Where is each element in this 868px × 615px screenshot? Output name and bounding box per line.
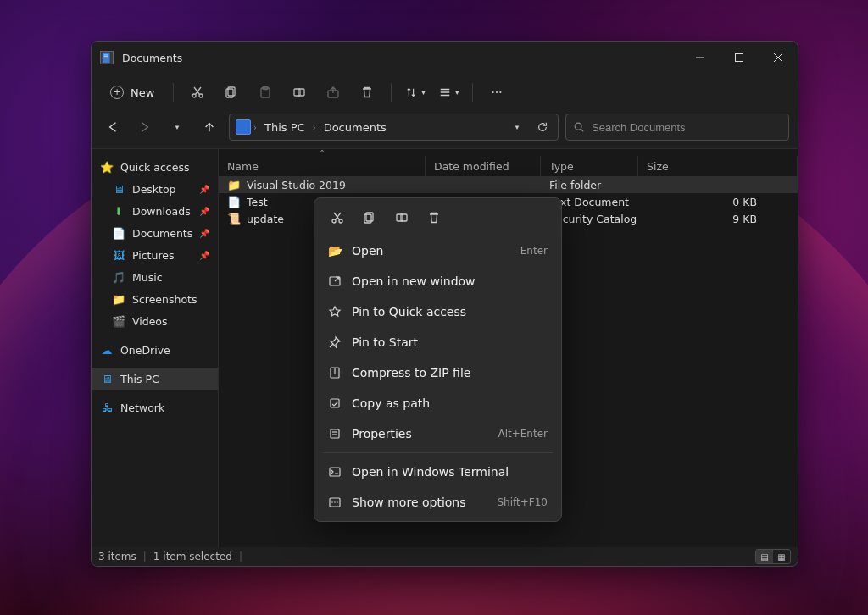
- column-header-size[interactable]: Size: [638, 156, 798, 176]
- breadcrumb-segment[interactable]: This PC: [259, 118, 310, 137]
- svg-point-22: [492, 91, 494, 93]
- context-menu-item-properties[interactable]: PropertiesAlt+Enter: [318, 418, 558, 449]
- sidebar-item-this-pc[interactable]: 🖥 This PC: [92, 368, 218, 390]
- view-mode-switch: ▤ ▦: [755, 549, 791, 564]
- pin-icon: 📌: [199, 229, 209, 238]
- context-menu-item-pin-to-quick-access[interactable]: Pin to Quick access: [318, 296, 558, 327]
- sidebar-item-pictures[interactable]: 🖼Pictures📌: [92, 244, 218, 266]
- ctx-copy-button[interactable]: [355, 205, 384, 230]
- pin-icon: [328, 335, 342, 349]
- up-button[interactable]: [197, 114, 222, 140]
- context-menu-item-label: Copy as path: [352, 396, 430, 410]
- svg-point-24: [500, 91, 502, 93]
- svg-rect-16: [294, 89, 300, 96]
- column-header-type[interactable]: Type: [541, 156, 638, 176]
- folder-icon: 📁: [227, 178, 241, 191]
- svg-rect-33: [397, 214, 403, 221]
- file-name: Test: [247, 196, 268, 208]
- sidebar-item-documents[interactable]: 📄Documents📌: [92, 222, 218, 244]
- copypath-icon: [328, 396, 342, 410]
- sidebar-item-onedrive[interactable]: ☁ OneDrive: [92, 339, 218, 361]
- file-row[interactable]: 📁Visual Studio 2019File folder: [219, 176, 798, 193]
- sidebar-item-music[interactable]: 🎵Music: [92, 266, 218, 288]
- svg-point-8: [192, 94, 196, 97]
- network-icon: 🖧: [100, 401, 114, 414]
- address-bar[interactable]: › This PC › Documents ▾: [229, 114, 559, 141]
- chevron-down-icon: ▾: [421, 88, 426, 97]
- file-size: 9 KB: [638, 210, 798, 227]
- back-button[interactable]: [100, 114, 125, 140]
- search-input[interactable]: [592, 121, 782, 134]
- terminal-icon: [328, 465, 342, 479]
- pin-icon: 📌: [199, 185, 209, 194]
- file-size: 0 KB: [638, 193, 798, 210]
- context-menu-item-open-in-new-window[interactable]: Open in new window: [318, 266, 558, 296]
- catalog-icon: 📜: [227, 212, 241, 225]
- new-window-icon: [328, 274, 342, 288]
- svg-point-45: [334, 501, 336, 503]
- titlebar[interactable]: Documents: [92, 42, 798, 74]
- status-selection: 1 item selected: [153, 551, 232, 562]
- close-button[interactable]: [759, 42, 798, 74]
- sidebar-item-label: Videos: [132, 315, 168, 328]
- context-menu-item-pin-to-start[interactable]: Pin to Start: [318, 327, 558, 357]
- recent-locations-button[interactable]: ▾: [164, 114, 190, 140]
- ctx-delete-button[interactable]: [420, 205, 448, 230]
- search-box[interactable]: [565, 114, 789, 141]
- details-view-button[interactable]: ▤: [756, 550, 773, 563]
- cut-button[interactable]: [182, 78, 213, 107]
- ctx-rename-button[interactable]: [387, 205, 416, 230]
- textdoc-icon: 📄: [227, 195, 241, 208]
- refresh-button[interactable]: [531, 115, 554, 139]
- context-menu-item-label: Pin to Start: [352, 335, 418, 349]
- context-menu-item-show-more-options[interactable]: Show more optionsShift+F10: [318, 487, 558, 518]
- pin-icon: 📌: [199, 251, 209, 260]
- downloads-icon: ⬇: [112, 204, 125, 218]
- context-menu-item-open-in-windows-terminal[interactable]: Open in Windows Terminal: [318, 457, 558, 487]
- new-button[interactable]: + New: [100, 81, 164, 103]
- sidebar-item-network[interactable]: 🖧 Network: [92, 396, 218, 418]
- sort-button[interactable]: ▾: [400, 78, 431, 107]
- copy-button[interactable]: [216, 78, 247, 107]
- ctx-cut-button[interactable]: [323, 205, 352, 230]
- context-menu-item-label: Pin to Quick access: [352, 305, 466, 319]
- sidebar-item-videos[interactable]: 🎬Videos: [92, 310, 218, 332]
- shortcut-label: Alt+Enter: [498, 428, 548, 440]
- file-date: [426, 176, 541, 193]
- context-menu-item-compress-to-zip-file[interactable]: Compress to ZIP file: [318, 357, 558, 388]
- chevron-right-icon: ›: [312, 123, 317, 132]
- monitor-icon: 🖥: [100, 372, 114, 385]
- context-menu-item-label: Open: [352, 244, 383, 258]
- chevron-down-icon: ▾: [175, 123, 180, 131]
- minimize-button[interactable]: [681, 42, 720, 74]
- file-size: [638, 176, 798, 193]
- view-button[interactable]: ▾: [434, 78, 465, 107]
- tiles-view-button[interactable]: ▦: [773, 550, 790, 563]
- svg-rect-42: [330, 468, 340, 476]
- svg-rect-38: [331, 399, 339, 407]
- context-menu-item-copy-as-path[interactable]: Copy as path: [318, 388, 558, 418]
- more-button[interactable]: [481, 78, 512, 107]
- column-header-row: Name Date modified Type Size: [219, 156, 798, 176]
- breadcrumb-segment[interactable]: Documents: [319, 118, 392, 137]
- history-dropdown-button[interactable]: ▾: [505, 115, 529, 139]
- column-header-date[interactable]: Date modified: [426, 156, 541, 176]
- status-bar: 3 items | 1 item selected | ▤ ▦: [92, 547, 798, 566]
- maximize-button[interactable]: [720, 42, 759, 74]
- svg-point-28: [339, 219, 342, 223]
- svg-rect-2: [104, 56, 108, 57]
- sidebar-item-downloads[interactable]: ⬇Downloads📌: [92, 200, 218, 222]
- svg-rect-3: [104, 58, 108, 58]
- shortcut-label: Shift+F10: [497, 496, 548, 508]
- sidebar-item-quick-access[interactable]: ⭐ Quick access: [92, 156, 218, 178]
- sidebar-item-desktop[interactable]: 🖥Desktop📌: [92, 178, 218, 200]
- context-menu-item-open[interactable]: 📂OpenEnter: [318, 235, 558, 266]
- sidebar-item-screenshots[interactable]: 📁Screenshots: [92, 288, 218, 310]
- svg-point-27: [332, 219, 336, 223]
- documents-icon: 📄: [112, 226, 125, 240]
- delete-button[interactable]: [352, 78, 382, 107]
- svg-point-23: [496, 91, 498, 93]
- rename-button[interactable]: [284, 78, 314, 107]
- paste-button: [250, 78, 281, 107]
- column-header-name[interactable]: Name: [219, 156, 426, 176]
